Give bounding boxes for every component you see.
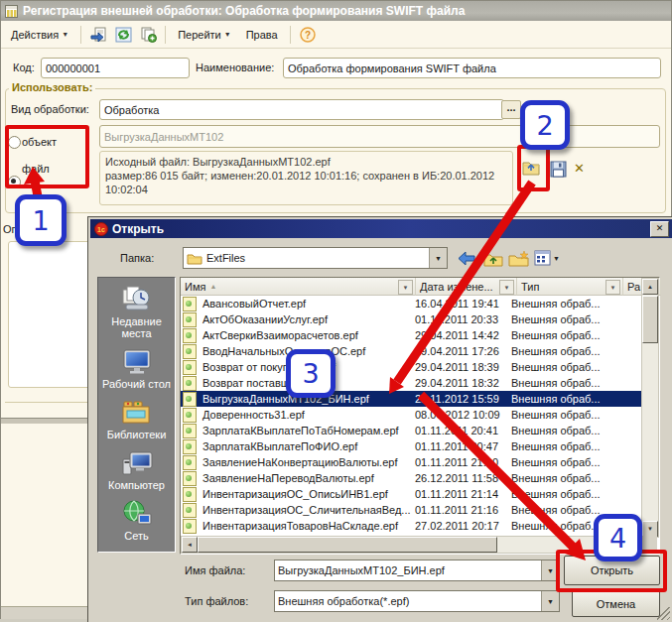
file-row[interactable]: АктСверкиВзаиморасчетов.epf 29.04.2011 1… (181, 327, 643, 343)
column-header-name[interactable]: Имя ▲ ▼ (181, 278, 416, 296)
combo-dropdown-button[interactable]: ▼ (541, 591, 559, 611)
toolbar-separator (80, 26, 81, 44)
write-button[interactable] (87, 24, 109, 46)
epf-file-icon (183, 297, 197, 311)
file-row[interactable]: ЗаявлениеНаПереводВалюты.epf 26.12.2011 … (181, 470, 643, 486)
rights-button[interactable]: Права (240, 26, 284, 44)
goto-menu-button[interactable]: Перейти ▼ (172, 26, 237, 44)
cancel-button[interactable]: Отмена (572, 590, 660, 617)
epf-file-icon (183, 424, 197, 438)
file-type-label: Тип файлов: (185, 595, 248, 607)
help-icon: ? (300, 27, 316, 43)
form-panel-edge (1, 418, 88, 424)
epf-file-icon (183, 328, 197, 343)
column-filter-button[interactable]: ▼ (398, 280, 413, 295)
use-group-title: Использовать: (9, 81, 95, 93)
scroll-left-button[interactable]: ◄ (182, 537, 198, 553)
recent-places-icon (120, 284, 154, 313)
column-filter-button[interactable]: ▼ (605, 280, 620, 295)
name-input[interactable]: Обработка формирования SWIFT файла (283, 58, 661, 78)
copy-button[interactable] (137, 24, 159, 46)
epf-file-icon (183, 439, 197, 454)
column-header-type[interactable]: Тип ▼ (517, 278, 623, 296)
1c-logo-icon: 1с (94, 222, 108, 236)
scroll-down-button[interactable]: ▼ (642, 521, 658, 537)
horizontal-scroll-thumb[interactable] (198, 537, 497, 553)
write-icon (90, 27, 107, 43)
name-label: Наименование: (196, 62, 274, 73)
help-button[interactable]: ? (297, 24, 319, 46)
main-toolbar: Действия ▼ Перейти ▼ Права ? (1, 21, 671, 49)
epf-file-icon (183, 376, 197, 391)
place-recent[interactable]: Недавние места (98, 284, 175, 339)
dialog-close-button[interactable]: ✕ (650, 221, 669, 237)
file-row[interactable]: ИнвентаризацияОС_СличительнаяВед... 01.1… (181, 502, 643, 518)
desktop-icon (120, 348, 154, 376)
file-row[interactable]: ИнвентаризацияТоваровНаСкладе.epf 27.02.… (181, 518, 643, 534)
views-icon (534, 250, 551, 266)
dropdown-arrow-icon: ▼ (62, 31, 68, 38)
code-input[interactable]: 000000001 (41, 58, 190, 78)
resize-grip[interactable] (657, 607, 670, 620)
highlight-rect-load-icon (517, 145, 550, 191)
file-rows: АвансовыйОтчет.epf 16.04.2011 19:41 Внеш… (181, 296, 643, 534)
epf-file-icon (183, 392, 197, 407)
epf-file-icon (183, 455, 197, 470)
file-row[interactable]: ЗарплатаКВыплатеПоФИО.epf 01.11.2011 20:… (181, 438, 643, 454)
sort-ascending-icon: ▲ (209, 283, 216, 290)
place-network[interactable]: Сеть (120, 500, 154, 542)
file-row[interactable]: ИнвентаризацияОС_ОписьИНВ1.epf 01.11.201… (181, 486, 643, 502)
actions-menu-button[interactable]: Действия ▼ (5, 26, 74, 44)
folder-label: Папка: (120, 252, 154, 264)
file-row[interactable]: ЗаявлениеНаКонвертациюВалюты.epf 01.11.2… (181, 454, 643, 470)
scroll-up-button[interactable]: ▲ (642, 279, 658, 295)
save-file-icon (550, 161, 567, 178)
form-divider (5, 402, 88, 403)
place-computer[interactable]: Компьютер (108, 449, 165, 491)
dialog-title-bar[interactable]: 1с Открыть ✕ (90, 219, 672, 238)
file-row[interactable]: ВыгрузкаДанныхМТ102_БИН.epf 21.11.2012 1… (181, 391, 643, 407)
back-button[interactable] (456, 247, 477, 269)
save-file-button[interactable] (547, 158, 569, 180)
file-row[interactable]: АктОбОказанииУслуг.epf 01.11.2011 20:33 … (181, 311, 643, 327)
file-type-combo[interactable]: Внешняя обработка(*.epf) ▼ (274, 590, 560, 612)
folder-combo[interactable]: ExtFiles ▼ (183, 247, 448, 269)
up-folder-button[interactable] (482, 247, 504, 269)
file-list: Имя ▲ ▼ Дата измене... ▼ Тип ▼ Ра (180, 277, 660, 555)
vertical-scrollbar[interactable]: ▲ ▼ (641, 278, 659, 538)
kind-input[interactable]: Обработка (99, 99, 504, 120)
file-list-header: Имя ▲ ▼ Дата измене... ▼ Тип ▼ Ра (181, 278, 661, 296)
libraries-icon (119, 399, 153, 427)
highlight-rect-radios (5, 125, 89, 188)
place-libraries[interactable]: Библиотеки (107, 399, 167, 440)
places-bar: Недавние места Рабочий стол Библиотеки К… (97, 277, 176, 553)
file-row[interactable]: АвансовыйОтчет.epf 16.04.2011 19:41 Внеш… (181, 296, 643, 311)
file-name-combo[interactable]: ВыгрузкаДанныхМТ102_БИН.epf ▼ (274, 560, 560, 581)
epf-file-icon (183, 487, 197, 502)
svg-text:1с: 1с (97, 226, 105, 233)
file-row[interactable]: Возврат поставщику.epf 29.04.2011 18:32 … (181, 375, 643, 391)
epf-file-icon (183, 519, 197, 534)
kind-label: Вид обработки: (11, 103, 89, 115)
place-desktop[interactable]: Рабочий стол (102, 348, 171, 390)
new-folder-button[interactable] (507, 247, 529, 269)
form-bottom-strip (1, 606, 88, 619)
column-header-date[interactable]: Дата измене... ▼ (416, 278, 517, 296)
views-button[interactable]: ▼ (533, 247, 561, 269)
reread-button[interactable] (112, 24, 134, 46)
kind-more-button[interactable]: ... (501, 100, 521, 119)
object-name-field[interactable]: ВыгрузкаДанныхМТ102 (99, 125, 660, 148)
copy-icon (140, 27, 157, 43)
file-row[interactable]: ВводНачальныхОстатковОС.epf 29.04.2011 1… (181, 343, 643, 359)
column-filter-button[interactable]: ▼ (499, 280, 514, 295)
file-row[interactable]: ЗарплатаКВыплатеПоТабНомерам.epf 01.11.2… (181, 423, 643, 438)
callout-4: 4 (594, 514, 642, 561)
file-row[interactable]: Доверенность31.epf 08.06.2012 10:09 Внеш… (181, 407, 643, 423)
computer-icon (120, 449, 154, 477)
vertical-scroll-thumb[interactable] (642, 296, 658, 343)
main-title-bar[interactable]: Регистрация внешней обработки: Обработка… (1, 1, 671, 21)
combo-dropdown-button[interactable]: ▼ (429, 248, 447, 268)
file-row[interactable]: Возврат от покупателя.epf 29.04.2011 18:… (181, 359, 643, 375)
clear-file-button[interactable]: ✕ (574, 161, 585, 176)
new-folder-icon (508, 250, 529, 267)
